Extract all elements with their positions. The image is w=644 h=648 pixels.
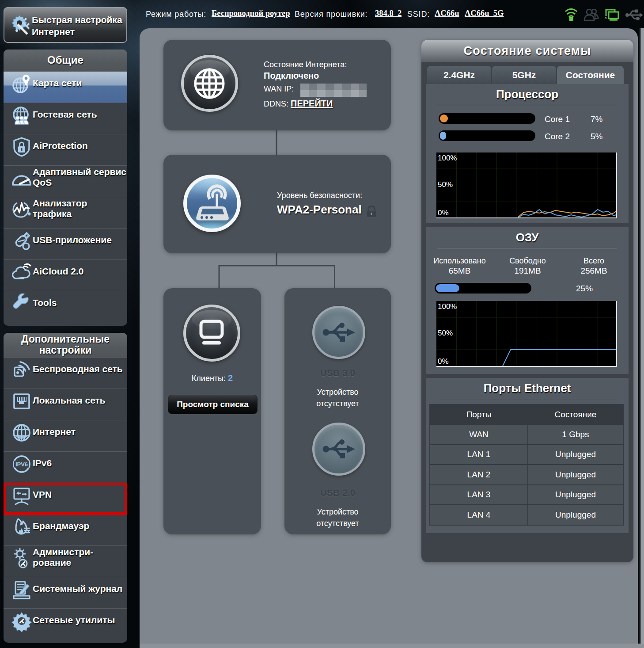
- svg-text:0%: 0%: [438, 209, 449, 217]
- svg-text:50%: 50%: [438, 180, 453, 189]
- svg-text:IPV6: IPV6: [15, 461, 28, 468]
- svg-text:50%: 50%: [438, 329, 453, 337]
- svg-text:100%: 100%: [438, 302, 457, 311]
- svg-text:100%: 100%: [438, 154, 457, 162]
- svg-text:0%: 0%: [438, 357, 449, 366]
